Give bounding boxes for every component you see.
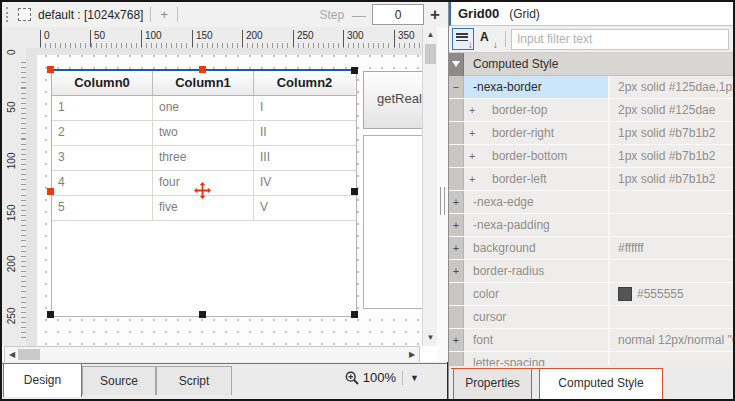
toolbar-grip[interactable] xyxy=(6,7,11,22)
tab-design[interactable]: Design xyxy=(3,363,82,397)
property-name[interactable]: +border-bottom xyxy=(464,145,610,167)
form-surface[interactable]: Column0 Column1 Column2 1 one I 2 two II… xyxy=(37,55,422,346)
property-value[interactable]: 1px solid #b7b1b2 xyxy=(610,168,733,190)
grid-cell[interactable]: III xyxy=(254,146,355,170)
property-value[interactable] xyxy=(610,214,733,236)
expand-toggle[interactable]: + xyxy=(449,329,464,351)
panel-splitter[interactable] xyxy=(437,27,448,363)
property-value[interactable] xyxy=(610,306,733,328)
property-value[interactable]: 1px solid #b7b1b2 xyxy=(610,145,733,167)
vertical-scroll-thumb[interactable] xyxy=(425,44,436,64)
add-form-size-button[interactable]: + xyxy=(158,7,170,22)
property-value[interactable]: normal 12px/normal "C xyxy=(610,329,733,351)
tab-properties[interactable]: Properties xyxy=(453,368,532,399)
grid-cell[interactable]: V xyxy=(254,196,355,220)
grid-cell[interactable]: two xyxy=(153,121,254,145)
property-name[interactable]: +border-right xyxy=(464,122,610,144)
property-row[interactable]: cursor xyxy=(449,306,733,329)
property-value[interactable] xyxy=(610,191,733,213)
grid-cell[interactable]: I xyxy=(254,96,355,120)
splitter-grip[interactable] xyxy=(440,187,445,215)
grid-row[interactable]: 1 one I xyxy=(52,96,356,121)
grid-cell[interactable]: 3 xyxy=(52,146,153,170)
expand-toggle[interactable]: + xyxy=(469,122,483,144)
scroll-down-button[interactable]: ▼ xyxy=(423,330,438,345)
resize-handle-bottom-left[interactable] xyxy=(47,311,54,318)
step-increase-button[interactable]: + xyxy=(430,5,440,25)
property-row[interactable]: + -nexa-edge xyxy=(449,191,733,214)
zoom-dropdown-arrow[interactable]: ▼ xyxy=(410,373,419,383)
property-row[interactable]: +border-top 2px solid #125dae xyxy=(449,99,733,122)
grid-cell[interactable]: 5 xyxy=(52,196,153,220)
property-value[interactable]: #ffffff xyxy=(610,237,733,259)
categorized-view-button[interactable]: ↓ xyxy=(452,28,474,50)
property-name[interactable]: font xyxy=(464,329,610,351)
property-name[interactable]: cursor xyxy=(464,306,610,328)
horizontal-scroll-thumb[interactable] xyxy=(18,349,40,360)
property-name[interactable]: +border-left xyxy=(464,168,610,190)
expand-toggle[interactable]: + xyxy=(469,145,483,167)
property-value[interactable]: 1px solid #b7b1b2 xyxy=(610,122,733,144)
property-value[interactable] xyxy=(610,352,733,366)
tab-source[interactable]: Source xyxy=(82,366,156,395)
collapse-toggle[interactable]: − xyxy=(449,76,464,98)
color-swatch[interactable] xyxy=(618,287,632,301)
grid-cell[interactable]: 1 xyxy=(52,96,153,120)
expand-toggle[interactable]: + xyxy=(469,168,483,190)
property-row[interactable]: − -nexa-border 2px solid #125dae,1px s xyxy=(449,76,733,99)
property-name[interactable]: background xyxy=(464,237,610,259)
property-row[interactable]: letter-spacing xyxy=(449,352,733,366)
resize-handle-bottom-right[interactable] xyxy=(351,311,358,318)
property-row[interactable]: +border-bottom 1px solid #b7b1b2 xyxy=(449,145,733,168)
alphabetical-sort-button[interactable]: A ↓ xyxy=(478,29,498,49)
property-row[interactable]: + -nexa-padding xyxy=(449,214,733,237)
scroll-right-button[interactable]: ▶ xyxy=(407,347,417,362)
resize-handle-bottom-center[interactable] xyxy=(199,311,206,318)
grid-cell[interactable]: one xyxy=(153,96,254,120)
property-name[interactable]: letter-spacing xyxy=(464,352,610,366)
property-value[interactable]: 2px solid #125dae,1px s xyxy=(610,76,733,98)
group-header-row[interactable]: Computed Style xyxy=(449,53,733,76)
grid-cell[interactable]: five xyxy=(153,196,254,220)
grid-column-header[interactable]: Column0 xyxy=(52,71,153,95)
resize-handle-top-right[interactable] xyxy=(351,67,358,74)
grid-cell[interactable]: 2 xyxy=(52,121,153,145)
expand-toggle[interactable]: + xyxy=(469,99,483,121)
tab-script[interactable]: Script xyxy=(156,366,232,395)
property-filter-input[interactable] xyxy=(511,29,729,50)
gutter-header[interactable] xyxy=(449,53,464,76)
property-row[interactable]: +border-left 1px solid #b7b1b2 xyxy=(449,168,733,191)
scroll-left-button[interactable]: ◀ xyxy=(7,347,17,362)
horizontal-scrollbar[interactable]: ◀ ▶ xyxy=(4,346,420,363)
resize-handle-top-center[interactable] xyxy=(199,66,206,73)
property-row[interactable]: +border-right 1px solid #b7b1b2 xyxy=(449,122,733,145)
grid-row[interactable]: 5 five V xyxy=(52,196,356,221)
resize-handle-top-left[interactable] xyxy=(47,66,54,73)
step-decrease-button[interactable]: — xyxy=(352,7,366,23)
expand-toggle[interactable]: + xyxy=(449,260,464,282)
design-canvas[interactable]: Column0 Column1 Column2 1 one I 2 two II… xyxy=(26,48,422,346)
property-name[interactable]: -nexa-edge xyxy=(464,191,610,213)
property-name[interactable]: +border-top xyxy=(464,99,610,121)
grid-cell[interactable]: three xyxy=(153,146,254,170)
scroll-up-button[interactable]: ▲ xyxy=(423,27,438,42)
grid-cell[interactable]: II xyxy=(254,121,355,145)
property-value[interactable] xyxy=(610,260,733,282)
property-row[interactable]: + border-radius xyxy=(449,260,733,283)
resize-handle-mid-left[interactable] xyxy=(47,188,54,195)
grid-column-header[interactable]: Column1 xyxy=(153,71,254,95)
clipped-control[interactable] xyxy=(363,135,422,309)
property-name[interactable]: -nexa-border xyxy=(464,76,610,98)
property-row[interactable]: color #555555 xyxy=(449,283,733,306)
property-name[interactable]: color xyxy=(464,283,610,305)
grid-cell[interactable]: 4 xyxy=(52,171,153,195)
expand-toggle[interactable]: + xyxy=(449,191,464,213)
grid-column-header[interactable]: Column2 xyxy=(254,71,355,95)
getrealrow-button-control[interactable]: getRealRo xyxy=(363,71,422,129)
property-value[interactable]: #555555 xyxy=(610,283,733,305)
property-row[interactable]: + font normal 12px/normal "C xyxy=(449,329,733,352)
grid-row[interactable]: 3 three III xyxy=(52,146,356,171)
property-name[interactable]: border-radius xyxy=(464,260,610,282)
zoom-magnifier-icon[interactable] xyxy=(345,371,359,385)
property-name[interactable]: -nexa-padding xyxy=(464,214,610,236)
